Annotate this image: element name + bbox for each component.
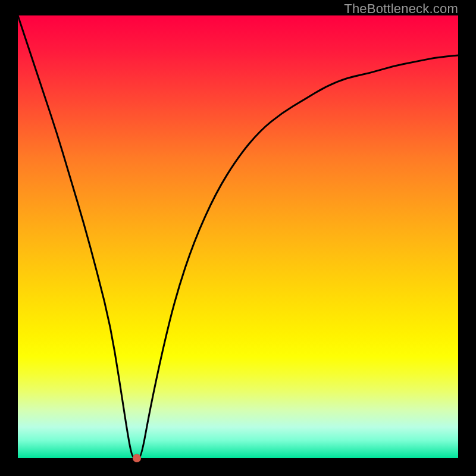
curve-path: [18, 15, 458, 458]
curve-svg: [18, 15, 458, 458]
watermark-text: TheBottleneck.com: [344, 1, 458, 17]
valley-marker: [133, 454, 141, 462]
plot-area: [18, 15, 458, 458]
chart-stage: TheBottleneck.com: [0, 0, 476, 476]
